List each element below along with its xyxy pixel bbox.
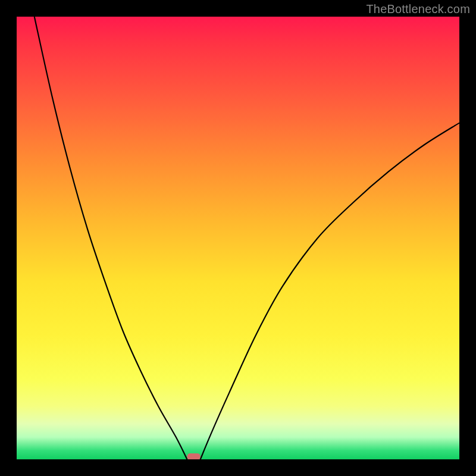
watermark-text: TheBottleneck.com [366, 2, 470, 16]
chart-frame: TheBottleneck.com [0, 0, 476, 476]
plot-area [17, 17, 459, 459]
right-branch-curve [201, 123, 459, 459]
bottleneck-marker [187, 453, 200, 459]
left-branch-curve [35, 17, 187, 459]
curve-svg [17, 17, 459, 459]
